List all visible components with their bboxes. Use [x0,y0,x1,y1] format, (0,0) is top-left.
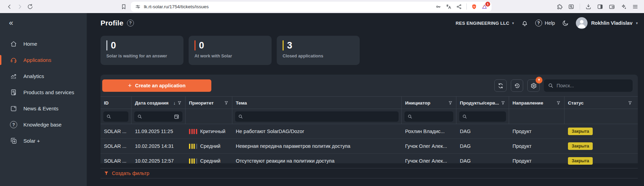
main-content: Profile ? RES ENGINEERING LLC ▾ ? Help [87,13,644,186]
filter-active-badge [536,77,542,84]
back-button[interactable] [4,1,14,12]
cell-subject: Не работают SolarDAG/Dozor [232,129,402,134]
cell-initiator: Гучок Олег Алек... [402,143,456,149]
filter-id[interactable] [103,111,128,122]
user-menu[interactable]: Rokhlin Vladislav ▾ [576,17,638,29]
accent-bar [194,40,196,51]
sidebar-item-label: Knowledge base [23,122,62,128]
column-header-products[interactable]: Продукты/серв... [456,97,509,109]
filter-subject-input[interactable] [245,114,395,119]
company-selector[interactable]: RES ENGINEERING LLC ▾ [456,21,514,26]
status-badge: Закрыта [568,142,593,150]
create-filter-label: Создать фильтр [112,171,149,176]
notifications-bell-icon[interactable] [521,20,528,27]
stat-card-closed: 3 Closed applications [277,36,360,65]
analytics-chart-icon [10,73,17,80]
dark-mode-moon-icon[interactable] [562,20,569,27]
filter-funnel-icon[interactable] [501,101,505,105]
create-application-label: Create an application [135,83,186,88]
table-search[interactable] [544,79,633,92]
filter-funnel-icon[interactable] [556,101,561,105]
filter-products[interactable] [459,111,506,122]
sidebar-item-knowledge[interactable]: ? Knowledge base [0,117,87,133]
extension-button[interactable]: 1 [482,4,487,10]
cell-created: 10.02.2025 12:57 [131,158,186,164]
extension-badge: 1 [485,2,490,7]
cell-product: DAG [456,143,509,149]
translate-icon [446,4,452,10]
filter-created-input[interactable] [145,114,171,119]
filter-initiator-input[interactable] [415,114,450,119]
filter-funnel-icon[interactable] [177,101,182,105]
sidebar-item-applications[interactable]: Applications [0,52,87,68]
bookmark-button[interactable] [118,1,129,12]
filter-id-input[interactable] [114,114,125,119]
sort-desc-icon[interactable]: ↓ [173,100,176,106]
question-circle-icon: ? [535,20,542,26]
extensions-puzzle-icon[interactable] [556,3,563,10]
column-header-priority[interactable]: Приоритет [186,97,232,109]
funnel-icon [104,171,109,176]
filter-funnel-icon[interactable] [448,101,453,105]
forward-button[interactable] [14,1,25,12]
column-header-initiator[interactable]: Инициатор [402,97,456,109]
search-icon [462,114,467,119]
sidebar-item-solar-plus[interactable]: Solar + [0,133,87,149]
sidebar-item-news[interactable]: News & Events [0,100,87,117]
reload-button[interactable] [25,1,35,12]
search-icon [548,83,553,88]
history-button[interactable] [511,79,523,92]
sidebar-toggle-icon[interactable] [597,3,603,10]
filter-funnel-icon[interactable] [628,101,632,105]
sidebar-item-home[interactable]: Home [0,36,87,52]
filter-created[interactable] [134,111,182,122]
filter-initiator[interactable] [404,111,453,122]
filter-funnel-icon[interactable] [224,101,229,105]
column-header-id[interactable]: ID [101,97,131,109]
password-key-icon [435,4,441,10]
sidebar-collapse-button[interactable]: « [0,18,87,28]
priority-bars-icon [189,144,197,149]
table-row[interactable]: SOLAR ... 11.09.2025 11:25 Критичный Не … [101,124,638,139]
table-row[interactable]: SOLAR ... 10.02.2025 14:31 Средний Невер… [101,139,638,154]
cell-direction: Продукт [509,143,564,149]
menu-icon[interactable] [632,3,638,10]
downloads-icon[interactable] [585,3,592,10]
stat-value: 0 [199,41,204,50]
sidebar-item-products[interactable]: Products and services [0,84,87,100]
reload-icon [27,3,33,10]
url-bar[interactable]: lk.rt-solar.ru/1754/tickets/issues 1 [131,2,492,12]
column-header-subject[interactable]: Тема [232,97,402,109]
cell-subject: Отсутствуют реакции на политики доступа [232,158,402,164]
status-badge: Закрыта [568,128,593,135]
column-header-status[interactable]: Статус [564,97,638,109]
search-icon [137,114,142,119]
filter-products-input[interactable] [469,114,503,119]
stat-label: Closed applications [283,54,354,58]
refresh-icon [497,83,504,89]
cell-id: SOLAR ... [101,129,131,134]
brave-shield-icon[interactable] [471,4,477,10]
create-filter-link[interactable]: Создать фильтр [101,168,638,178]
table-settings-button[interactable] [527,79,540,92]
copy-plus-icon [10,137,17,144]
help-button[interactable]: ? Help [535,20,555,26]
share-icon [456,4,462,10]
table-row[interactable]: SOLAR ... 10.02.2025 12:57 Средний Отсут… [101,154,638,168]
page-help-icon[interactable]: ? [127,20,134,26]
stat-value: 3 [287,41,292,50]
search-tab-icon[interactable] [568,3,574,10]
column-header-created[interactable]: Дата создания ↓ [131,97,186,109]
cell-id: SOLAR ... [101,143,131,149]
column-header-direction[interactable]: Направление [509,97,564,109]
sidebar-item-label: Products and services [23,89,74,95]
create-application-button[interactable]: + Create an application [102,79,211,92]
calendar-icon[interactable] [174,114,179,119]
wallet-icon[interactable] [609,3,615,10]
search-input[interactable] [557,83,629,88]
browser-chrome: lk.rt-solar.ru/1754/tickets/issues 1 [0,0,644,13]
refresh-button[interactable] [494,79,507,92]
filter-subject[interactable] [235,111,399,122]
leo-ai-sparkle-icon[interactable] [620,3,627,10]
sidebar-item-analytics[interactable]: Analytics [0,68,87,84]
